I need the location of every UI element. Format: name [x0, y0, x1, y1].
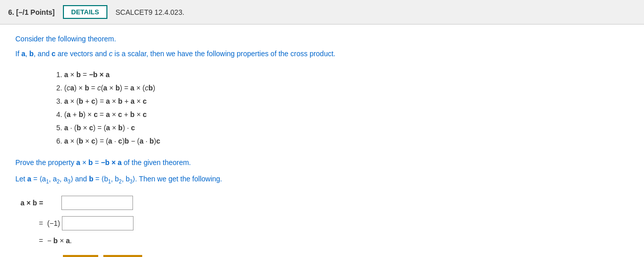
let-text: Let a = ⟨a1, a2, a3⟩ and b = ⟨b1, b2, b3…: [15, 175, 629, 184]
prove-text: Prove the property a × b = −b × a of the…: [15, 158, 629, 167]
property-2: 2. (ca) × b = c(a × b) = a × (cb): [56, 82, 629, 95]
problem-code: SCALCET9 12.4.023.: [116, 8, 185, 16]
neg-one-row: = (−1): [39, 216, 629, 230]
axb-input[interactable]: [61, 196, 133, 210]
properties-list: 1. a × b = −b × a 2. (ca) × b = c(a × b)…: [56, 68, 629, 148]
property-6: 6. a × (b × c) = (a · c)b − (a · b)c: [56, 135, 629, 148]
problem-header: 6. [–/1 Points] DETAILS SCALCET9 12.4.02…: [0, 0, 644, 25]
property-4: 4. (a + b) × c = a × c + b × c: [56, 108, 629, 122]
description: If a, b, and c are vectors and c is a sc…: [15, 48, 629, 59]
problem-number: 6. [–/1 Points]: [8, 8, 55, 16]
intro-text: Consider the following theorem.: [15, 35, 629, 43]
property-5: 5. a · (b × c) = (a × b) · c: [56, 122, 629, 135]
watch-it-button[interactable]: Watch It: [103, 255, 142, 257]
main-content: Consider the following theorem. If a, b,…: [0, 25, 644, 257]
math-section: a × b = = (−1) = − b × a.: [20, 196, 629, 245]
axb-row: a × b =: [20, 196, 629, 210]
details-button[interactable]: DETAILS: [63, 5, 107, 19]
result-row: = − b × a.: [39, 237, 629, 245]
final-result: − b × a.: [47, 237, 72, 245]
property-3: 3. a × (b + c) = a × b + a × c: [56, 95, 629, 108]
axb-label: a × b =: [20, 199, 61, 207]
read-it-button[interactable]: Read It: [63, 255, 99, 257]
neg-one-input[interactable]: [62, 216, 134, 230]
property-1: 1. a × b = −b × a: [56, 68, 629, 82]
need-help-section: Need Help? Read It Watch It: [15, 255, 629, 257]
